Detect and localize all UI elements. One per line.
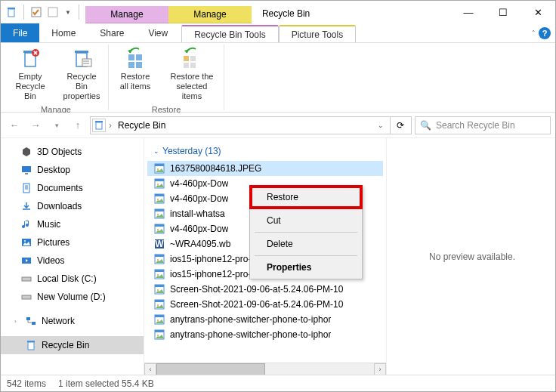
sidebar-item-downloads[interactable]: Downloads: [1, 197, 144, 215]
bin-props-icon: [70, 46, 94, 70]
nav-up-button[interactable]: ↑: [69, 116, 87, 134]
svg-point-63: [157, 319, 159, 321]
svg-rect-21: [25, 173, 28, 174]
file-name: v4-460px-Dow: [170, 193, 228, 204]
sidebar-item-pictures[interactable]: Pictures: [1, 233, 144, 252]
sidebar-item-3d-objects[interactable]: 3D Objects: [1, 143, 144, 161]
breadcrumb-current[interactable]: Recycle Bin: [115, 120, 372, 131]
ribbon-collapse-caret[interactable]: ˄: [532, 29, 536, 37]
file-name: v4-460px-Dow: [170, 178, 228, 189]
file-row[interactable]: anytrans-phone-switcher-phone-to-iphor: [147, 327, 383, 342]
qat-blank[interactable]: [47, 6, 59, 18]
file-row[interactable]: Screen-Shot-2021-09-06-at-5.24.06-PM-10: [147, 282, 383, 297]
sidebar-item-label: Documents: [37, 183, 83, 193]
qat-checkbox[interactable]: [30, 6, 42, 18]
empty-recycle-bin-button[interactable]: Empty Recycle Bin: [8, 45, 52, 103]
svg-text:W: W: [155, 239, 164, 249]
file-row[interactable]: Screen-Shot-2021-09-06-at-5.24.06-PM-10: [147, 297, 383, 312]
file-name: anytrans-phone-switcher-phone-to-iphor: [170, 329, 331, 340]
tab-recycle-bin-tools[interactable]: Recycle Bin Tools: [181, 25, 279, 42]
horizontal-scrollbar[interactable]: ‹ ›: [144, 363, 386, 375]
separator: [255, 232, 357, 233]
svg-point-37: [157, 184, 159, 185]
recycle-bin-properties-button[interactable]: Recycle Bin properties: [60, 45, 103, 103]
svg-point-57: [157, 289, 159, 291]
svg-rect-20: [22, 166, 31, 172]
ctx-group-picture: Manage: [168, 6, 252, 23]
search-box[interactable]: 🔍 Search Recycle Bin: [415, 116, 551, 134]
svg-rect-3: [48, 8, 57, 17]
sidebar-item-music[interactable]: Music: [1, 215, 144, 233]
empty-bin-icon: [18, 46, 42, 70]
title-section: Manage Manage Recycle Bin: [85, 1, 451, 23]
sidebar-item-label: Music: [37, 219, 60, 230]
file-name: v4-460px-Dow: [170, 224, 228, 234]
sidebar-item-recycle-bin[interactable]: Recycle Bin: [1, 336, 144, 354]
svg-point-60: [157, 304, 159, 306]
disk-icon: [20, 291, 32, 303]
ribbon-tabs: File Home Share View Recycle Bin Tools P…: [1, 23, 555, 43]
sidebar-item-network[interactable]: ›Network: [1, 312, 144, 330]
scroll-left-button[interactable]: ‹: [144, 363, 156, 375]
tab-picture-tools[interactable]: Picture Tools: [279, 25, 356, 42]
svg-rect-10: [128, 54, 134, 60]
sidebar-item-desktop[interactable]: Desktop: [1, 161, 144, 179]
sidebar-item-videos[interactable]: Videos: [1, 252, 144, 270]
svg-rect-50: [155, 255, 164, 257]
tab-home[interactable]: Home: [39, 23, 88, 42]
image-icon: [153, 283, 165, 295]
titlebar: ▼ Manage Manage Recycle Bin — ☐ ✕: [1, 1, 555, 23]
restore-all-items-button[interactable]: Restore all items: [113, 45, 157, 103]
refresh-button[interactable]: ⟳: [390, 116, 409, 134]
nav-forward-button[interactable]: →: [26, 116, 45, 134]
window-title: Recycle Bin: [252, 4, 320, 23]
svg-point-40: [157, 199, 159, 200]
svg-rect-59: [155, 300, 164, 302]
nav-back-button[interactable]: ←: [5, 116, 23, 134]
qat-dropdown[interactable]: ▼: [63, 9, 73, 16]
sidebar-item-new-volume[interactable]: New Volume (D:): [1, 288, 144, 306]
svg-rect-31: [27, 341, 35, 342]
help-icon[interactable]: ?: [539, 27, 551, 39]
group-header[interactable]: ⌄ Yesterday (13): [144, 138, 386, 161]
svg-rect-14: [184, 56, 189, 61]
tab-file[interactable]: File: [1, 23, 39, 42]
restore-selected-items-button[interactable]: Restore the selected items: [165, 45, 219, 103]
ctx-delete[interactable]: Delete: [252, 234, 360, 254]
recycle-bin-icon: [92, 119, 106, 132]
nav-history-dropdown[interactable]: ▾: [48, 116, 66, 134]
tab-share[interactable]: Share: [88, 23, 136, 42]
scroll-thumb[interactable]: [156, 363, 265, 375]
image-icon: [153, 313, 165, 326]
status-bar: 542 items 1 item selected 55.4 KB: [1, 375, 555, 391]
scroll-right-button[interactable]: ›: [374, 363, 386, 375]
ribbon: Empty Recycle Bin Recycle Bin properties…: [1, 43, 555, 113]
svg-rect-11: [136, 54, 142, 60]
address-bar[interactable]: › Recycle Bin ⌄ ⟳: [90, 116, 412, 134]
svg-point-34: [157, 168, 159, 170]
file-row[interactable]: 1637580084618.JPEG: [147, 161, 383, 176]
sidebar-item-documents[interactable]: Documents: [1, 179, 144, 197]
tab-view[interactable]: View: [136, 23, 180, 42]
maximize-button[interactable]: ☐: [486, 1, 520, 23]
addr-dropdown[interactable]: ⌄: [378, 122, 384, 129]
ctx-properties[interactable]: Properties: [252, 258, 360, 277]
sidebar-item-label: Downloads: [37, 201, 82, 211]
breadcrumb-sep[interactable]: ›: [109, 120, 112, 131]
search-placeholder: Search Recycle Bin: [436, 120, 515, 131]
sidebar-item-label: Recycle Bin: [42, 340, 89, 350]
file-row[interactable]: anytrans-phone-switcher-phone-to-iphor: [147, 312, 383, 327]
svg-rect-42: [155, 209, 164, 211]
sidebar-item-local-disk[interactable]: Local Disk (C:): [1, 270, 144, 288]
scroll-track[interactable]: [156, 363, 374, 375]
svg-rect-45: [155, 224, 164, 227]
sidebar-item-label: Pictures: [37, 237, 70, 248]
minimize-button[interactable]: —: [451, 1, 486, 23]
svg-rect-65: [155, 330, 164, 332]
recycle-bin-icon: [25, 339, 37, 351]
no-preview-text: No preview available.: [429, 252, 515, 262]
file-name: anytrans-phone-switcher-phone-to-iphor: [170, 314, 331, 325]
close-button[interactable]: ✕: [520, 1, 555, 23]
ctx-cut[interactable]: Cut: [252, 211, 360, 230]
ctx-restore[interactable]: Restore: [252, 187, 360, 207]
